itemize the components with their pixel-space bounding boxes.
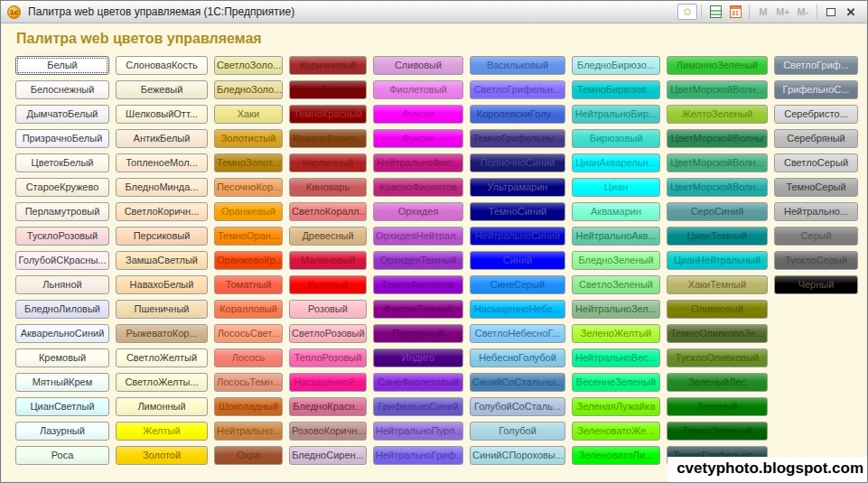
color-button[interactable]: СветлоСерый bbox=[774, 153, 858, 172]
color-button[interactable]: КожаноКорич... bbox=[289, 129, 367, 148]
color-button[interactable]: ХакиТемный bbox=[667, 275, 768, 294]
color-button[interactable]: Серебряный bbox=[774, 129, 858, 148]
color-button[interactable]: Золотой bbox=[116, 446, 208, 465]
color-button[interactable]: Индиго bbox=[373, 348, 463, 367]
color-button[interactable]: ТусклоРозовый bbox=[15, 227, 109, 246]
color-button[interactable]: Лосось bbox=[214, 348, 283, 367]
color-button[interactable]: Желтый bbox=[116, 422, 208, 441]
color-button[interactable]: АнтикБелый bbox=[116, 129, 208, 148]
color-button[interactable]: ГрифельноС... bbox=[774, 80, 858, 99]
color-button[interactable]: Льняной bbox=[15, 275, 109, 294]
color-button[interactable]: БледноЗоло... bbox=[214, 80, 283, 99]
color-button[interactable]: Лазурный bbox=[15, 422, 109, 441]
color-button[interactable]: СветлоЗеленый bbox=[572, 275, 660, 294]
color-button[interactable]: СинеСерый bbox=[470, 275, 565, 294]
color-button[interactable]: Киноварь bbox=[289, 178, 367, 197]
color-button[interactable]: ЗеленоватоЛи... bbox=[572, 446, 660, 465]
color-button[interactable]: Роса bbox=[15, 446, 109, 465]
color-button[interactable]: ТемноБордов... bbox=[289, 80, 367, 99]
color-button[interactable]: ТемноФиолетов bbox=[373, 275, 463, 294]
color-button[interactable]: ЦветМорскойВолн... bbox=[667, 178, 768, 197]
color-button[interactable]: Золотистый bbox=[214, 129, 283, 148]
memory-button[interactable]: M bbox=[753, 3, 773, 21]
color-button[interactable]: ТемноГрифельны... bbox=[470, 129, 565, 148]
color-button[interactable]: БледноЛиловый bbox=[15, 300, 109, 319]
color-button[interactable]: ЗеленыйЛес bbox=[667, 373, 768, 392]
color-button[interactable]: СветлоКоралл... bbox=[289, 202, 367, 221]
color-button[interactable]: СветлоГрифельн... bbox=[470, 80, 565, 99]
color-button[interactable]: ТемноОливковоЗе... bbox=[667, 324, 768, 343]
color-button[interactable]: СероСиний bbox=[667, 202, 768, 221]
color-button[interactable]: Оранжевый bbox=[214, 202, 283, 221]
color-button[interactable]: Циан bbox=[572, 178, 660, 197]
color-button[interactable]: Фиолетовый bbox=[373, 80, 463, 99]
color-button[interactable]: Серебристо... bbox=[774, 105, 858, 124]
color-button[interactable]: НейтральноБир... bbox=[572, 105, 660, 124]
color-button[interactable]: ГолубойСоСталь... bbox=[470, 397, 565, 416]
color-button[interactable]: Аквамарин bbox=[572, 202, 660, 221]
color-button[interactable]: ОрхидеяНейтрал... bbox=[373, 227, 463, 246]
color-button[interactable]: ЦианТемный bbox=[667, 227, 768, 246]
color-button[interactable]: АкварельноСиний bbox=[15, 324, 109, 343]
color-button[interactable]: РыжеватоКор... bbox=[116, 324, 208, 343]
color-button[interactable]: Малиновый bbox=[289, 251, 367, 270]
color-button[interactable]: СинийСПороховы... bbox=[470, 446, 565, 465]
color-button[interactable]: ЗеленоватоЖе... bbox=[572, 422, 660, 441]
color-button[interactable]: Нейтрально... bbox=[214, 422, 283, 441]
color-button[interactable]: БледноЗеленый bbox=[572, 251, 660, 270]
color-button[interactable]: Ультрамарин bbox=[470, 178, 565, 197]
color-button[interactable]: МятныйКрем bbox=[15, 373, 109, 392]
color-button[interactable]: СтароеКружево bbox=[15, 178, 109, 197]
calendar-button[interactable]: 31 bbox=[725, 3, 745, 21]
color-button[interactable]: Розовый bbox=[289, 300, 367, 319]
color-button[interactable]: ПесочноКор... bbox=[214, 178, 283, 197]
color-button[interactable]: СветлоНебесноГ... bbox=[470, 324, 565, 343]
color-button[interactable]: НейтральноСиний bbox=[470, 227, 565, 246]
color-button[interactable]: ТемноЗеленый bbox=[667, 422, 768, 441]
color-button[interactable]: ПолночноСиний bbox=[470, 153, 565, 172]
color-button[interactable]: ДымчатоБелый bbox=[15, 105, 109, 124]
color-button[interactable]: Томатный bbox=[214, 275, 283, 294]
color-button[interactable]: ЛососьТемн... bbox=[214, 373, 283, 392]
color-button[interactable]: СинийСоСтальны... bbox=[470, 373, 565, 392]
color-button[interactable]: НасыщенноР... bbox=[289, 373, 367, 392]
color-button[interactable]: Бежевый bbox=[116, 80, 208, 99]
color-button[interactable]: Васильковый bbox=[470, 56, 565, 75]
color-button[interactable]: БледноМинда... bbox=[116, 178, 208, 197]
color-button[interactable]: Зеленый bbox=[667, 397, 768, 416]
color-button[interactable]: ВесеннеЗеленый bbox=[572, 373, 660, 392]
color-button[interactable]: СветлоЗоло... bbox=[214, 56, 283, 75]
color-button[interactable]: ФуксияТемный bbox=[373, 300, 463, 319]
color-button[interactable]: СинеФиолетовый bbox=[373, 373, 463, 392]
color-button[interactable]: Охра bbox=[214, 446, 283, 465]
color-button[interactable]: Лимонный bbox=[116, 397, 208, 416]
color-button[interactable]: Пшеничный bbox=[116, 300, 208, 319]
color-button[interactable]: НейтральноАкв... bbox=[572, 227, 660, 246]
color-button[interactable]: КрасноФиолетов bbox=[373, 178, 463, 197]
color-button[interactable]: СлоноваяКость bbox=[116, 56, 208, 75]
memory-plus-button[interactable]: M+ bbox=[773, 3, 793, 21]
color-button[interactable]: ОрхидеяТемный bbox=[373, 251, 463, 270]
color-button[interactable]: ЦианСветлый bbox=[15, 397, 109, 416]
color-button[interactable]: ЖелтоЗеленый bbox=[667, 105, 768, 124]
color-button[interactable]: ЦианНейтральный bbox=[667, 251, 768, 270]
color-button[interactable]: Пурпурный bbox=[373, 324, 463, 343]
color-button[interactable]: ТемноОран... bbox=[214, 227, 283, 246]
color-button[interactable]: ЛимонноЗеленый bbox=[667, 56, 768, 75]
color-button[interactable]: СветлоЖелты... bbox=[116, 373, 208, 392]
color-button[interactable]: НейтральноПурп... bbox=[373, 422, 463, 441]
color-button[interactable]: РозовоКоричн... bbox=[289, 422, 367, 441]
color-button[interactable]: Бирюзовый bbox=[572, 129, 660, 148]
color-button[interactable]: ТемноСиний bbox=[470, 202, 565, 221]
memory-minus-button[interactable]: M- bbox=[793, 3, 813, 21]
color-button[interactable]: Фуксин bbox=[373, 129, 463, 148]
color-button[interactable]: Орхидея bbox=[373, 202, 463, 221]
color-button[interactable]: НасыщенноНебе... bbox=[470, 300, 565, 319]
calculator-button[interactable] bbox=[705, 3, 725, 21]
color-button[interactable]: СветлоКоричн... bbox=[116, 202, 208, 221]
color-button[interactable]: БледноСирен... bbox=[289, 446, 367, 465]
color-button[interactable]: ЦветМорскойВолн... bbox=[667, 80, 768, 99]
color-button[interactable]: ТопленоеМол... bbox=[116, 153, 208, 172]
color-button[interactable]: СветлоГриф... bbox=[774, 56, 858, 75]
color-button[interactable]: БледноБирюзо... bbox=[572, 56, 660, 75]
